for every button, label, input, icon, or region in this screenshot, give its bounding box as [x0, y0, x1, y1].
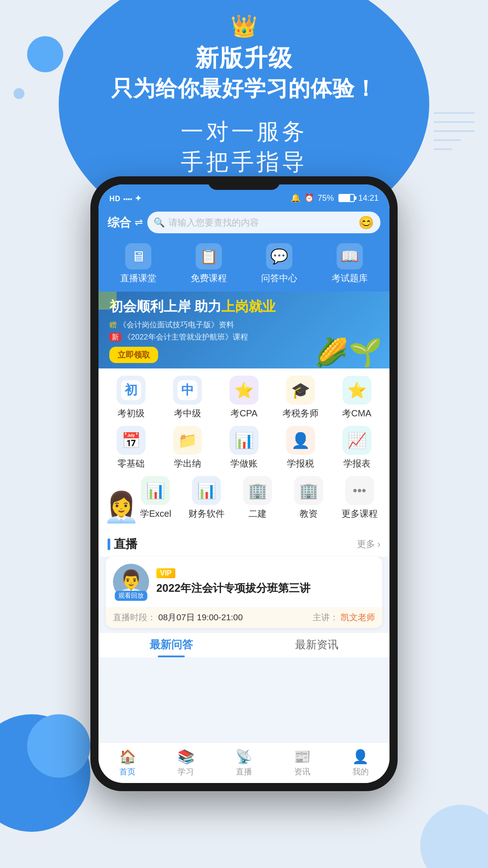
crown-icon: 👑 — [0, 14, 488, 39]
live-class-label: 直播课堂 — [120, 272, 156, 284]
bg-circle-bottom-left-inner — [27, 714, 90, 778]
live-card-top: 👨‍💼 观看回放 VIP 2022年注会计专项拔分班第三讲 — [106, 557, 382, 607]
title-bar-deco — [108, 538, 110, 550]
promo-banner[interactable]: 初会顺利上岸 助力上岗就业 赠 《会计岗位面试技巧电子版》资料 新 《2022年… — [99, 292, 389, 368]
app-header: 综合 ⇌ 🔍 请输入您要查找的内容 😊 — [99, 208, 389, 239]
tab-latest-qa-label: 最新问答 — [150, 638, 193, 651]
phone-frame: HD ▪▪▪▪ ✦ 🔔 ⏰ 75% 14:21 综合 ⇌ 🔍 — [90, 176, 398, 791]
filter-icon[interactable]: ⇌ — [135, 217, 143, 228]
course-label-software: 财务软件 — [188, 508, 225, 520]
exam-bank-icon: 📖 — [337, 243, 363, 269]
course-label-middle: 考中级 — [174, 407, 201, 420]
news-icon: 📰 — [294, 749, 310, 764]
course-label-construction: 二建 — [249, 508, 267, 520]
course-item-bookkeep[interactable]: 📊 学做账 — [219, 426, 269, 470]
nav-exam-bank[interactable]: 📖 考试题库 — [332, 243, 368, 284]
phone-screen: HD ▪▪▪▪ ✦ 🔔 ⏰ 75% 14:21 综合 ⇌ 🔍 — [99, 184, 389, 783]
profile-icon: 👤 — [352, 749, 369, 764]
bottom-nav: 🏠 首页 📚 学习 📡 直播 📰 资讯 👤 我的 — [99, 742, 389, 783]
nav-study[interactable]: 📚 学习 — [157, 743, 215, 783]
banner-corner-deco — [99, 292, 117, 310]
qa-center-label: 问答中心 — [261, 272, 297, 284]
live-more-button[interactable]: 更多 › — [357, 538, 380, 550]
tab-active-underline — [158, 656, 185, 657]
promo-title-1: 新版升级 — [0, 42, 488, 74]
broadcast-label: 直播 — [236, 766, 252, 777]
course-label-junior: 考初级 — [117, 407, 145, 420]
tab-latest-news[interactable]: 最新资讯 — [244, 637, 389, 655]
live-time-info: 直播时段： 08月07日 19:00-21:00 — [113, 612, 243, 623]
course-item-construction[interactable]: 🏢 二建 — [233, 476, 282, 520]
course-item-cpa[interactable]: ⭐ 考CPA — [219, 376, 269, 420]
course-item-teacher-cert[interactable]: 🏢 教资 — [284, 476, 333, 520]
live-replay-badge[interactable]: 观看回放 — [115, 591, 147, 601]
course-label-teacher-cert: 教资 — [300, 508, 318, 520]
home-icon: 🏠 — [119, 749, 136, 764]
nav-broadcast[interactable]: 📡 直播 — [215, 743, 273, 783]
course-icon-basics: 📅 — [117, 426, 145, 455]
live-time-value: 08月07日 19:00-21:00 — [158, 613, 243, 622]
course-icon-cashier: 📁 — [173, 426, 202, 455]
category-label[interactable]: 综合 — [108, 215, 131, 231]
live-teacher-label: 主讲： — [313, 613, 338, 622]
course-item-more[interactable]: ••• 更多课程 — [335, 476, 385, 520]
broadcast-icon: 📡 — [235, 749, 252, 764]
phone-notch — [208, 176, 280, 190]
phone-scroll[interactable]: 初会顺利上岸 助力上岗就业 赠 《会计岗位面试技巧电子版》资料 新 《2022年… — [99, 292, 389, 783]
live-class-icon: 🖥 — [125, 243, 151, 269]
banner-cta-button[interactable]: 立即领取 — [109, 347, 158, 363]
course-item-tax[interactable]: 🎓 考税务师 — [276, 376, 325, 420]
notification-icon: 🔔 — [291, 193, 300, 203]
course-label-bookkeep: 学做账 — [230, 458, 258, 470]
battery-icon — [338, 194, 355, 202]
live-card-title: 2022年注会计专项拔分班第三讲 — [156, 581, 375, 595]
banner-highlight: 上岗就业 — [221, 299, 276, 314]
study-label: 学习 — [178, 766, 194, 777]
nav-home[interactable]: 🏠 首页 — [99, 743, 157, 783]
course-icon-excel: 📊 — [141, 476, 170, 505]
content-tabs: 最新问答 最新资讯 — [99, 632, 389, 657]
course-item-cashier[interactable]: 📁 学出纳 — [163, 426, 212, 470]
banner-decoration: 🌽🌱 — [314, 336, 382, 368]
nav-qa-center[interactable]: 💬 问答中心 — [261, 243, 297, 284]
promo-subtitle-2: 手把手指导 — [181, 147, 307, 177]
tab-latest-qa[interactable]: 最新问答 — [99, 637, 244, 655]
course-icon-tax-report: 👤 — [286, 426, 315, 455]
search-bar[interactable]: 🔍 请输入您要查找的内容 😊 — [147, 212, 380, 233]
nav-profile[interactable]: 👤 我的 — [331, 743, 389, 783]
clock-time: 14:21 — [358, 193, 379, 203]
nav-free-course[interactable]: 📋 免费课程 — [191, 243, 227, 284]
promo-title-2: 只为给你最好学习的体验！ — [0, 74, 488, 103]
course-item-cma[interactable]: ⭐ 考CMA — [332, 376, 382, 420]
content-spacer — [99, 657, 389, 675]
free-course-label: 免费课程 — [191, 272, 227, 284]
course-item-junior[interactable]: 初 考初级 — [106, 376, 156, 420]
course-icon-cpa: ⭐ — [230, 376, 258, 405]
character-figure: 👩‍💼 — [103, 490, 140, 524]
course-icon-software: 📊 — [192, 476, 221, 505]
course-icon-tax: 🎓 — [286, 376, 315, 405]
course-icon-cma: ⭐ — [343, 376, 371, 405]
emoji-icon[interactable]: 😊 — [358, 215, 374, 230]
home-label: 首页 — [119, 766, 136, 777]
course-label-cpa: 考CPA — [230, 407, 258, 420]
tab-latest-news-label: 最新资讯 — [295, 638, 338, 651]
live-section-title: 直播 — [108, 536, 137, 552]
course-item-middle[interactable]: 中 考中级 — [163, 376, 212, 420]
live-card[interactable]: 👨‍💼 观看回放 VIP 2022年注会计专项拔分班第三讲 直播时段： 08月 — [106, 557, 382, 628]
live-teacher-name: 凯文老师 — [341, 613, 375, 622]
study-icon: 📚 — [178, 749, 194, 764]
exam-bank-label: 考试题库 — [332, 272, 368, 284]
banner-sub1: 赠 《会计岗位面试技巧电子版》资料 — [109, 320, 379, 330]
course-item-tax-report[interactable]: 👤 学报税 — [276, 426, 325, 470]
course-icon-more: ••• — [345, 476, 374, 505]
battery-percent: 75% — [318, 193, 334, 203]
nav-live-class[interactable]: 🖥 直播课堂 — [120, 243, 156, 284]
nav-news[interactable]: 📰 资讯 — [273, 743, 331, 783]
course-item-statements[interactable]: 📈 学报表 — [332, 426, 382, 470]
alarm-icon: ⏰ — [304, 193, 314, 203]
bg-circle-bottom-right — [420, 805, 488, 868]
course-item-basics[interactable]: 📅 零基础 — [106, 426, 156, 470]
course-item-software[interactable]: 📊 财务软件 — [182, 476, 231, 520]
course-label-cma: 考CMA — [342, 407, 371, 420]
